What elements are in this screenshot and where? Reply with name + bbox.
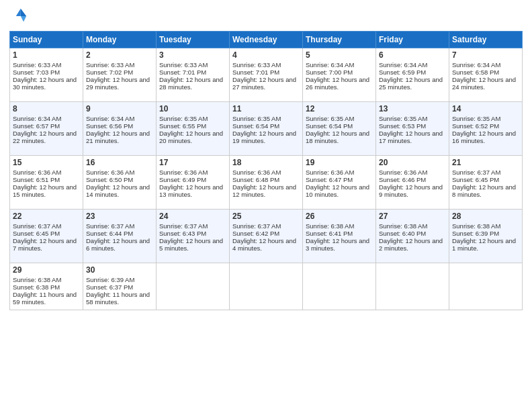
- col-header-monday: Monday: [83, 32, 157, 48]
- sunset-label: Sunset: 6:37 PM: [86, 283, 133, 291]
- table-row: 23Sunrise: 6:37 AMSunset: 6:44 PMDayligh…: [83, 210, 157, 263]
- daylight-label: Daylight: 12 hours and 17 minutes.: [379, 130, 443, 144]
- daylight-label: Daylight: 12 hours and 20 minutes.: [159, 130, 223, 144]
- sunset-label: Sunset: 6:49 PM: [159, 176, 206, 183]
- table-row: 26Sunrise: 6:38 AMSunset: 6:41 PMDayligh…: [303, 210, 376, 263]
- sunrise-label: Sunrise: 6:36 AM: [86, 169, 134, 176]
- day-number: 1: [13, 50, 80, 60]
- day-number: 13: [379, 104, 446, 113]
- sunrise-label: Sunrise: 6:38 AM: [306, 222, 354, 230]
- day-number: 6: [379, 50, 446, 60]
- day-number: 24: [159, 212, 226, 221]
- sunset-label: Sunset: 6:54 PM: [232, 122, 279, 130]
- daylight-label: Daylight: 12 hours and 8 minutes.: [452, 183, 516, 198]
- svg-marker-0: [21, 9, 26, 16]
- sunset-label: Sunset: 6:51 PM: [13, 176, 60, 183]
- day-number: 12: [306, 104, 373, 113]
- daylight-label: Daylight: 12 hours and 16 minutes.: [452, 130, 516, 144]
- sunset-label: Sunset: 6:45 PM: [452, 176, 499, 183]
- table-row: 11Sunrise: 6:35 AMSunset: 6:54 PMDayligh…: [230, 102, 303, 156]
- daylight-label: Daylight: 12 hours and 9 minutes.: [379, 183, 443, 198]
- table-row: 21Sunrise: 6:37 AMSunset: 6:45 PMDayligh…: [449, 156, 523, 210]
- daylight-label: Daylight: 12 hours and 1 minute.: [452, 237, 516, 252]
- sunrise-label: Sunrise: 6:37 AM: [232, 222, 281, 230]
- sunset-label: Sunset: 7:03 PM: [13, 68, 60, 76]
- table-row: 1Sunrise: 6:33 AMSunset: 7:03 PMDaylight…: [10, 48, 83, 102]
- sunrise-label: Sunrise: 6:38 AM: [379, 222, 427, 230]
- table-row: 20Sunrise: 6:36 AMSunset: 6:46 PMDayligh…: [376, 156, 449, 210]
- table-row: 13Sunrise: 6:35 AMSunset: 6:53 PMDayligh…: [376, 102, 449, 156]
- day-number: 10: [159, 104, 226, 113]
- sunrise-label: Sunrise: 6:33 AM: [13, 61, 61, 68]
- sunrise-label: Sunrise: 6:38 AM: [452, 222, 500, 230]
- day-number: 28: [452, 212, 519, 221]
- table-row: 7Sunrise: 6:34 AMSunset: 6:58 PMDaylight…: [449, 48, 523, 102]
- sunrise-label: Sunrise: 6:33 AM: [232, 61, 281, 68]
- day-number: 19: [306, 158, 373, 167]
- sunset-label: Sunset: 6:39 PM: [452, 230, 499, 237]
- sunset-label: Sunset: 6:52 PM: [452, 122, 499, 130]
- daylight-label: Daylight: 12 hours and 19 minutes.: [232, 130, 296, 144]
- col-header-friday: Friday: [376, 32, 449, 48]
- daylight-label: Daylight: 12 hours and 13 minutes.: [159, 183, 223, 198]
- sunset-label: Sunset: 6:47 PM: [306, 176, 353, 183]
- day-number: 7: [452, 50, 519, 60]
- sunrise-label: Sunrise: 6:35 AM: [379, 115, 427, 122]
- daylight-label: Daylight: 12 hours and 30 minutes.: [13, 76, 77, 91]
- sunrise-label: Sunrise: 6:37 AM: [452, 169, 500, 176]
- daylight-label: Daylight: 12 hours and 26 minutes.: [306, 76, 369, 91]
- sunrise-label: Sunrise: 6:35 AM: [159, 115, 208, 122]
- sunset-label: Sunset: 6:42 PM: [232, 230, 279, 237]
- table-row: 29Sunrise: 6:38 AMSunset: 6:38 PMDayligh…: [10, 263, 83, 310]
- sunset-label: Sunset: 6:41 PM: [306, 230, 353, 237]
- sunrise-label: Sunrise: 6:36 AM: [159, 169, 208, 176]
- daylight-label: Daylight: 11 hours and 59 minutes.: [13, 291, 77, 306]
- sunset-label: Sunset: 6:38 PM: [13, 283, 60, 291]
- table-row: 9Sunrise: 6:34 AMSunset: 6:56 PMDaylight…: [83, 102, 157, 156]
- col-header-sunday: Sunday: [10, 32, 83, 48]
- daylight-label: Daylight: 12 hours and 5 minutes.: [159, 237, 223, 252]
- daylight-label: Daylight: 12 hours and 24 minutes.: [452, 76, 516, 91]
- sunset-label: Sunset: 6:55 PM: [159, 122, 206, 130]
- col-header-saturday: Saturday: [449, 32, 523, 48]
- day-number: 23: [86, 212, 153, 221]
- table-row: 16Sunrise: 6:36 AMSunset: 6:50 PMDayligh…: [83, 156, 157, 210]
- table-row: 3Sunrise: 6:33 AMSunset: 7:01 PMDaylight…: [157, 48, 230, 102]
- daylight-label: Daylight: 12 hours and 6 minutes.: [86, 237, 150, 252]
- table-row: 4Sunrise: 6:33 AMSunset: 7:01 PMDaylight…: [230, 48, 303, 102]
- daylight-label: Daylight: 12 hours and 3 minutes.: [306, 237, 369, 252]
- col-header-thursday: Thursday: [303, 32, 376, 48]
- sunset-label: Sunset: 6:57 PM: [13, 122, 60, 130]
- col-header-wednesday: Wednesday: [230, 32, 303, 48]
- calendar: SundayMondayTuesdayWednesdayThursdayFrid…: [9, 31, 523, 310]
- day-number: 30: [86, 265, 153, 275]
- table-row: 2Sunrise: 6:33 AMSunset: 7:02 PMDaylight…: [83, 48, 157, 102]
- sunrise-label: Sunrise: 6:36 AM: [306, 169, 354, 176]
- table-row: [230, 263, 303, 310]
- sunset-label: Sunset: 6:58 PM: [452, 68, 499, 76]
- daylight-label: Daylight: 12 hours and 7 minutes.: [13, 237, 77, 252]
- daylight-label: Daylight: 12 hours and 15 minutes.: [13, 183, 77, 198]
- table-row: 30Sunrise: 6:39 AMSunset: 6:37 PMDayligh…: [83, 263, 157, 310]
- daylight-label: Daylight: 12 hours and 28 minutes.: [159, 76, 223, 91]
- sunrise-label: Sunrise: 6:34 AM: [306, 61, 354, 68]
- table-row: 10Sunrise: 6:35 AMSunset: 6:55 PMDayligh…: [157, 102, 230, 156]
- sunrise-label: Sunrise: 6:35 AM: [306, 115, 354, 122]
- table-row: [303, 263, 376, 310]
- daylight-label: Daylight: 12 hours and 22 minutes.: [13, 130, 77, 144]
- sunrise-label: Sunrise: 6:35 AM: [232, 115, 281, 122]
- sunset-label: Sunset: 6:43 PM: [159, 230, 206, 237]
- sunrise-label: Sunrise: 6:38 AM: [13, 276, 61, 283]
- table-row: 22Sunrise: 6:37 AMSunset: 6:45 PMDayligh…: [10, 210, 83, 263]
- sunrise-label: Sunrise: 6:33 AM: [159, 61, 208, 68]
- svg-marker-2: [16, 9, 21, 16]
- day-number: 29: [13, 265, 80, 275]
- col-header-tuesday: Tuesday: [157, 32, 230, 48]
- sunset-label: Sunset: 6:40 PM: [379, 230, 426, 237]
- day-number: 25: [232, 212, 300, 221]
- header: [9, 7, 523, 26]
- svg-marker-1: [21, 16, 26, 21]
- sunset-label: Sunset: 7:01 PM: [159, 68, 206, 76]
- day-number: 4: [232, 50, 300, 60]
- sunset-label: Sunset: 6:44 PM: [86, 230, 133, 237]
